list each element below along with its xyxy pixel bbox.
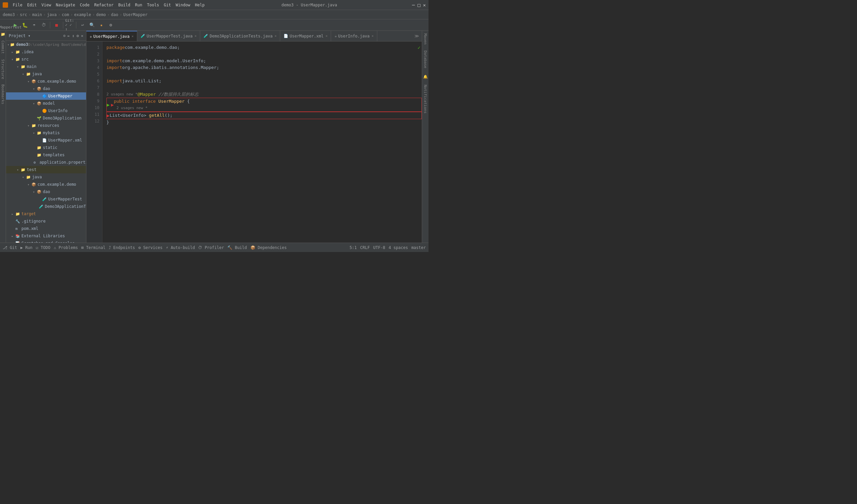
tree-toggle-10[interactable]: ▾ [28, 124, 31, 128]
auto-build-btn[interactable]: ⚡ Auto-build [166, 245, 195, 250]
bookmarks-tab[interactable]: Bookmarks [0, 82, 6, 107]
build-btn[interactable]: 🔨 Build [227, 245, 247, 250]
maximize-btn[interactable]: □ [418, 2, 420, 8]
menu-item-help[interactable]: Help [193, 2, 206, 8]
git-status[interactable]: Git: ✓ ✓ ↑ [66, 21, 74, 29]
gutter-icon-10[interactable]: ▶ [107, 112, 110, 119]
tree-toggle-7[interactable]: ▾ [33, 102, 36, 105]
tab-UserMapper-xml[interactable]: 📄UserMapper.xml× [280, 31, 331, 41]
breadcrumb-part-5[interactable]: example [74, 12, 91, 17]
collapse-all-icon[interactable]: ⇤ [68, 33, 70, 38]
tree-item-UserInfo[interactable]: 🟠 UserInfo [6, 107, 86, 115]
run-config-btn[interactable]: ▸ UserMapperTest [2, 21, 10, 29]
tree-item-application.properties[interactable]: ⚙ application.properties [6, 158, 86, 166]
menu-bar[interactable]: FileEditViewNavigateCodeRefactorBuildRun… [11, 2, 206, 8]
tab-close-0[interactable]: × [132, 34, 134, 38]
tab-UserMapperTest-java[interactable]: 🧪UserMapperTest.java× [137, 31, 200, 41]
caret-position[interactable]: 5:1 [350, 245, 357, 250]
terminal-btn[interactable]: ⊞ Terminal [81, 245, 105, 250]
tree-item-.gitignore[interactable]: 🔧 .gitignore [6, 218, 86, 225]
maven-tab[interactable]: Maven [422, 31, 428, 47]
tree-item-static[interactable]: 📁 static [6, 144, 86, 151]
tree-item-templates[interactable]: 📁 templates [6, 151, 86, 158]
tree-item-dao[interactable]: ▾📦 dao [6, 188, 86, 196]
tree-toggle-2[interactable]: ▾ [17, 65, 20, 69]
tree-item-mybatis[interactable]: ▾📁 mybatis [6, 129, 86, 136]
tree-toggle-22[interactable]: ▸ [11, 212, 15, 216]
tree-item-.idea[interactable]: ▸📁 .idea [6, 48, 86, 55]
settings-icon[interactable]: ⚙ [77, 33, 79, 38]
sort-icon[interactable]: ↕ [72, 33, 74, 38]
tree-item-UserMapper.xml[interactable]: 📄 UserMapper.xml [6, 136, 86, 144]
menu-item-edit[interactable]: Edit [25, 2, 39, 8]
tree-toggle-16[interactable]: ▾ [17, 168, 20, 172]
code-area[interactable]: ✓ package com.example.demo.dao;import co… [102, 41, 422, 242]
tree-toggle-1[interactable]: ▾ [11, 57, 15, 61]
stop-btn[interactable]: ■ [53, 21, 61, 29]
tree-toggle-3[interactable]: ▾ [22, 72, 26, 76]
left-panel-tabs[interactable]: 📁 Commit Structure Bookmarks [0, 31, 6, 242]
endpoints-btn[interactable]: ⤴ Endpoints [109, 245, 135, 250]
tree-toggle-18[interactable]: ▾ [28, 183, 31, 186]
tree-item-UserMapperTest[interactable]: 🧪 UserMapperTest [6, 196, 86, 203]
window-controls[interactable]: ─ □ ✕ [412, 2, 426, 8]
tree-toggle-17[interactable]: ▾ [22, 175, 26, 179]
menu-item-refactor[interactable]: Refactor [92, 2, 116, 8]
right-sidebar[interactable]: Maven Database 🔔 Notifications [422, 31, 428, 242]
tab-close-2[interactable]: × [274, 34, 276, 38]
tab-UserMapper-java[interactable]: ☕UserMapper.java× [86, 31, 137, 41]
menu-item-code[interactable]: Code [78, 2, 92, 8]
tree-item-test[interactable]: ▾📁 test [6, 166, 86, 173]
tree-toggle-4[interactable]: ▾ [28, 80, 31, 83]
close-panel-icon[interactable]: ✕ [81, 33, 83, 38]
debug-button[interactable]: 🐛 [21, 21, 29, 29]
tree-item-src[interactable]: ▾📁 src [6, 55, 86, 63]
sidebar-icons[interactable]: ⊙ ⇤ ↕ ⚙ ✕ [63, 33, 83, 38]
tree-external-libraries[interactable]: ▸📚 External Libraries [6, 232, 86, 240]
tree-item-java[interactable]: ▾📁 java [6, 173, 86, 181]
tree-item-resources[interactable]: ▾📁 resources [6, 122, 86, 129]
dependencies-btn[interactable]: 📦 Dependencies [250, 245, 287, 250]
gutter-debug-icon[interactable]: ▶ [111, 101, 114, 108]
tree-item-target[interactable]: ▸📁 target [6, 210, 86, 218]
problems-btn[interactable]: ⚠ Problems [54, 245, 78, 250]
tree-item-com.example.demo[interactable]: ▾📦 com.example.demo [6, 181, 86, 188]
coverage-btn[interactable]: ☂ [30, 21, 38, 29]
tab-UserInfo-java[interactable]: ☕UserInfo.java× [331, 31, 377, 41]
breadcrumb-part-0[interactable]: demo3 [3, 12, 15, 17]
commit-tab[interactable]: Commit [0, 38, 6, 56]
search-btn[interactable]: 🔍 [88, 21, 96, 29]
settings-btn[interactable]: ⚙ [107, 21, 115, 29]
tree-item-dao[interactable]: ▾📦 dao [6, 85, 86, 93]
database-tab[interactable]: Database [422, 48, 428, 71]
breadcrumb-part-8[interactable]: UserMapper [123, 12, 147, 17]
project-tab[interactable]: 📁 [0, 31, 6, 38]
tree-item-Demo3ApplicationTests[interactable]: 🧪 Demo3ApplicationTests [6, 203, 86, 210]
tree-toggle-11[interactable]: ▾ [33, 131, 36, 135]
tree-item-Demo3Application[interactable]: 🌱 Demo3Application [6, 115, 86, 122]
tree-item-pom.xml[interactable]: m pom.xml [6, 225, 86, 232]
tabs-more-btn[interactable]: ≫ [412, 33, 422, 38]
git-branch[interactable]: master [411, 245, 426, 250]
notifications-tab[interactable]: 🔔 [422, 72, 428, 81]
menu-item-tools[interactable]: Tools [145, 2, 161, 8]
bookmark-btn[interactable]: ★ [97, 21, 105, 29]
notifications-label[interactable]: Notifications [422, 82, 428, 116]
tree-item-UserMapper[interactable]: 🔷 UserMapper [6, 93, 86, 100]
breadcrumb-part-1[interactable]: src [20, 12, 27, 17]
breadcrumb-part-2[interactable]: main [32, 12, 42, 17]
todo-btn[interactable]: ☑ TODO [36, 245, 50, 250]
breadcrumb-part-3[interactable]: java [47, 12, 56, 17]
locate-icon[interactable]: ⊙ [63, 33, 66, 38]
tree-item-com.example.demo[interactable]: ▾📦 com.example.demo [6, 78, 86, 85]
git-status-btn[interactable]: ⎇ Git [3, 245, 17, 250]
tree-item-model[interactable]: ▾📦 model [6, 100, 86, 107]
breadcrumb-part-4[interactable]: com [62, 12, 69, 17]
services-btn[interactable]: ⚙ Services [138, 245, 162, 250]
tab-Demo3ApplicationTests-java[interactable]: 🧪Demo3ApplicationTests.java× [200, 31, 280, 41]
tree-scratches[interactable]: ▸📝 Scratches and Consoles [6, 240, 86, 242]
breadcrumb-part-7[interactable]: dao [111, 12, 118, 17]
tree-toggle-0[interactable]: ▸ [11, 50, 15, 54]
tree-toggle-5[interactable]: ▾ [33, 87, 36, 91]
structure-tab[interactable]: Structure [0, 56, 6, 82]
